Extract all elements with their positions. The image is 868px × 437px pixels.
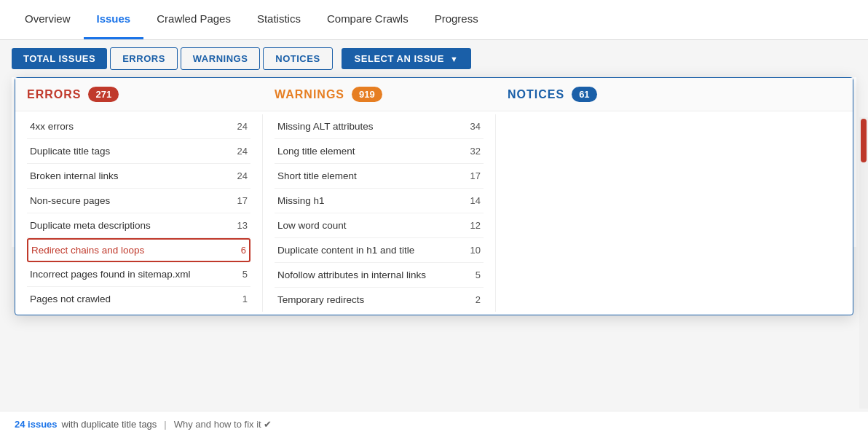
warning-count: 5 xyxy=(476,269,481,280)
warning-count: 34 xyxy=(470,121,481,132)
scrollbar-thumb[interactable] xyxy=(861,119,867,162)
error-label: Duplicate title tags xyxy=(30,146,233,157)
bottom-info-bar: 24 issues with duplicate title tags | Wh… xyxy=(0,411,868,437)
chevron-down-icon: ▼ xyxy=(450,55,458,63)
nav-overview[interactable]: Overview xyxy=(12,0,84,39)
error-label: Pages not crawled xyxy=(30,294,238,304)
notices-column-title: NOTICES xyxy=(508,88,564,101)
warning-count: 17 xyxy=(470,170,481,181)
warning-label: Long title element xyxy=(277,146,466,157)
error-count: 17 xyxy=(237,195,248,206)
error-count: 13 xyxy=(237,220,248,231)
filter-bar: TOTAL ISSUES ERRORS WARNINGS NOTICES SEL… xyxy=(0,40,868,77)
issues-text: with duplicate title tags xyxy=(62,419,157,430)
warning-item-missing-h1[interactable]: Missing h1 14 xyxy=(275,189,484,213)
error-item-duplicate-title[interactable]: Duplicate title tags 24 xyxy=(27,139,250,164)
dropdown-header: ERRORS 271 WARNINGS 919 NOTICES 61 xyxy=(15,78,853,111)
warnings-badge: 919 xyxy=(352,87,382,102)
select-issue-button[interactable]: SELECT AN ISSUE ▼ xyxy=(342,48,472,69)
error-item-sitemap[interactable]: Incorrect pages found in sitemap.xml 5 xyxy=(27,262,250,287)
warning-label: Missing h1 xyxy=(277,195,466,206)
warning-item-alt[interactable]: Missing ALT attributes 34 xyxy=(275,114,484,139)
top-navigation: Overview Issues Crawled Pages Statistics… xyxy=(0,0,868,40)
error-count: 1 xyxy=(242,294,248,304)
nav-issues[interactable]: Issues xyxy=(84,0,144,39)
warning-label: Missing ALT attributes xyxy=(277,121,466,132)
select-issue-dropdown: ERRORS 271 WARNINGS 919 NOTICES 61 4xx e… xyxy=(15,77,853,315)
warnings-filter-button[interactable]: WARNINGS xyxy=(181,47,261,70)
warnings-column: Missing ALT attributes 34 Long title ele… xyxy=(263,114,496,312)
warning-label: Temporary redirects xyxy=(277,294,471,305)
error-item-non-secure[interactable]: Non-secure pages 17 xyxy=(27,189,250,213)
chevron-down-icon: ✔ xyxy=(264,419,272,430)
select-issue-label: SELECT AN ISSUE xyxy=(355,53,444,64)
error-label: Non-secure pages xyxy=(30,195,233,206)
warning-count: 2 xyxy=(476,294,481,305)
warning-item-nofollow[interactable]: Nofollow attributes in internal links 5 xyxy=(275,263,484,288)
error-count: 24 xyxy=(237,121,248,132)
issues-count-link[interactable]: 24 issues xyxy=(15,419,58,430)
dropdown-body: 4xx errors 24 Duplicate title tags 24 Br… xyxy=(15,111,853,315)
errors-column-header: ERRORS 271 xyxy=(27,87,275,102)
warnings-column-title: WARNINGS xyxy=(275,88,344,101)
warning-count: 14 xyxy=(470,195,481,206)
main-content: 64 55 38 24 Err ERRORS 271 WARNINGS xyxy=(0,77,868,434)
error-item-not-crawled[interactable]: Pages not crawled 1 xyxy=(27,287,250,311)
pipe-separator: | xyxy=(164,419,166,430)
warnings-column-header: WARNINGS 919 xyxy=(275,87,508,102)
warning-item-temp-redirects[interactable]: Temporary redirects 2 xyxy=(275,288,484,312)
scrollbar[interactable] xyxy=(859,117,868,409)
errors-column: 4xx errors 24 Duplicate title tags 24 Br… xyxy=(15,114,263,312)
nav-statistics[interactable]: Statistics xyxy=(244,0,314,39)
warning-label: Low word count xyxy=(277,220,466,231)
error-count: 24 xyxy=(237,146,248,157)
why-fix-link[interactable]: Why and how to fix it ✔ xyxy=(174,419,272,430)
warning-label: Nofollow attributes in internal links xyxy=(277,269,471,280)
warning-item-short-title[interactable]: Short title element 17 xyxy=(275,164,484,189)
warning-item-low-word[interactable]: Low word count 12 xyxy=(275,213,484,238)
error-item-4xx[interactable]: 4xx errors 24 xyxy=(27,114,250,139)
errors-filter-button[interactable]: ERRORS xyxy=(110,47,178,70)
total-issues-button[interactable]: TOTAL ISSUES xyxy=(12,48,107,69)
warning-label: Duplicate content in h1 and title xyxy=(277,245,466,256)
warning-count: 32 xyxy=(470,146,481,157)
nav-progress[interactable]: Progress xyxy=(422,0,492,39)
error-count: 6 xyxy=(241,245,246,256)
error-label: 4xx errors xyxy=(30,121,233,132)
error-item-broken-links[interactable]: Broken internal links 24 xyxy=(27,164,250,189)
nav-crawled-pages[interactable]: Crawled Pages xyxy=(143,0,244,39)
why-fix-label: Why and how to fix it xyxy=(174,419,261,430)
warning-item-dup-h1[interactable]: Duplicate content in h1 and title 10 xyxy=(275,238,484,263)
warning-item-long-title[interactable]: Long title element 32 xyxy=(275,139,484,164)
error-label: Redirect chains and loops xyxy=(31,245,237,256)
error-label: Broken internal links xyxy=(30,170,233,181)
warning-count: 10 xyxy=(470,245,481,256)
notices-column xyxy=(496,114,853,312)
error-item-dup-meta[interactable]: Duplicate meta descriptions 13 xyxy=(27,213,250,238)
error-item-redirect-chains[interactable]: Redirect chains and loops 6 xyxy=(27,238,250,262)
nav-compare-crawls[interactable]: Compare Crawls xyxy=(314,0,422,39)
notices-filter-button[interactable]: NOTICES xyxy=(263,47,332,70)
notices-column-header: NOTICES 61 xyxy=(508,87,841,102)
error-count: 5 xyxy=(242,269,248,280)
warning-label: Short title element xyxy=(277,170,466,181)
errors-badge: 271 xyxy=(88,87,119,102)
warning-count: 12 xyxy=(470,220,481,231)
error-label: Duplicate meta descriptions xyxy=(30,220,233,231)
errors-column-title: ERRORS xyxy=(27,88,81,101)
error-label: Incorrect pages found in sitemap.xml xyxy=(30,269,238,280)
notices-badge: 61 xyxy=(572,87,596,102)
error-count: 24 xyxy=(237,170,248,181)
